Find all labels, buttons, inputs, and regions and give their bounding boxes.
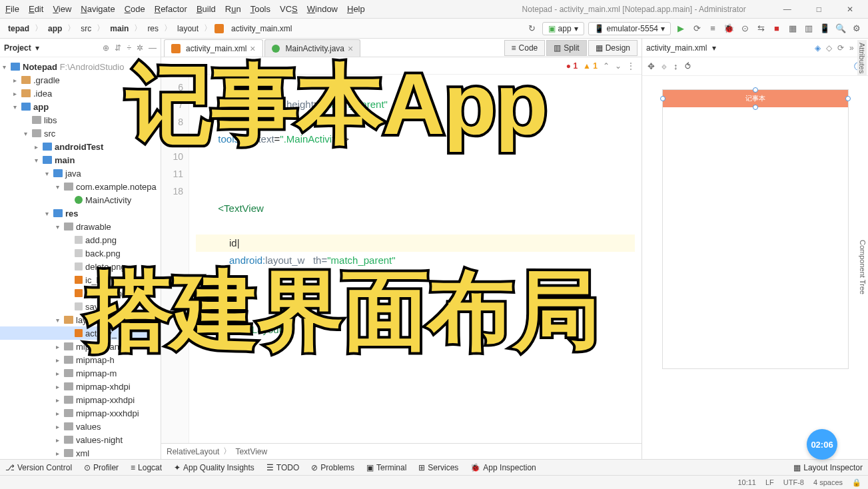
run-config-dropdown[interactable]: ▣app▾ — [542, 22, 584, 35]
terminal-tab[interactable]: ▣ Terminal — [366, 463, 406, 472]
avd-icon[interactable]: ▦ — [787, 23, 799, 35]
divide-icon[interactable]: ÷ — [127, 43, 131, 53]
warning-indicator[interactable]: ▲ 1 — [583, 61, 598, 71]
settings-icon[interactable]: ⚙ — [851, 23, 863, 35]
chevron-up-icon[interactable]: ⌃ — [603, 61, 610, 71]
navigation-toolbar: tepad〉 app〉 src〉 main〉 res〉 layout〉 acti… — [0, 19, 868, 39]
structure-breadcrumb: RelativeLayout 〉 TextView — [161, 443, 642, 459]
device-preview[interactable]: 记事本 — [662, 89, 849, 369]
tab-main-activity[interactable]: MainActivity.java × — [264, 39, 361, 57]
more-icon[interactable]: » — [849, 43, 854, 53]
project-panel: Project ▾ ⊕ ⇵ ÷ ✲ — ▾Notepad F:\AndroidS… — [0, 39, 161, 459]
logcat-tab[interactable]: ≡ Logcat — [131, 463, 162, 472]
attributes-tab[interactable]: Attributes — [857, 40, 867, 76]
crumb-relativelayout[interactable]: RelativeLayout — [167, 447, 219, 456]
bottom-toolbar: ⎇ Version Control ⊙ Profiler ≡ Logcat ✦ … — [0, 459, 868, 475]
dropdown-icon[interactable]: ▾ — [35, 43, 39, 53]
component-tree-tab[interactable]: Component Tree — [859, 240, 867, 294]
hide-icon[interactable]: — — [149, 43, 157, 53]
crumb-layout[interactable]: layout — [175, 23, 201, 35]
maximize-button[interactable]: □ — [817, 5, 821, 14]
project-tree[interactable]: ▾Notepad F:\AndroidStudio ▸.gradle ▸.ide… — [0, 57, 161, 459]
chevron-down-icon[interactable]: ⌄ — [615, 61, 622, 71]
palette-icon[interactable]: ◈ — [815, 43, 821, 53]
crumb-project[interactable]: tepad — [5, 23, 32, 35]
pan-icon[interactable]: ✥ — [648, 61, 655, 71]
code-editor[interactable]: android:layout_height="match_parent" too… — [189, 75, 642, 443]
attach-icon[interactable]: ⇆ — [755, 23, 767, 35]
crumb-app[interactable]: app — [45, 23, 65, 35]
more-icon[interactable]: ⋮ — [627, 61, 635, 71]
sync-icon[interactable]: ↻ — [526, 23, 538, 35]
tab-activity-main[interactable]: activity_main.xml × — [164, 39, 263, 57]
view-split-button[interactable]: ▥ Split — [546, 40, 586, 56]
close-button[interactable]: ✕ — [847, 5, 853, 14]
search-icon[interactable]: 🔍 — [835, 23, 847, 35]
project-view-label[interactable]: Project — [4, 43, 31, 53]
device-manager-icon[interactable]: 📱 — [819, 23, 831, 35]
expand-icon[interactable]: ↕ — [673, 61, 678, 71]
problems-tab[interactable]: ⊘ Problems — [311, 463, 354, 472]
preview-header[interactable]: 记事本 — [663, 90, 848, 107]
quality-tab[interactable]: ✦ App Quality Insights — [174, 463, 254, 472]
status-bar: 10:11 LF UTF-8 4 spaces 🔒 — [0, 475, 868, 489]
crumb-main[interactable]: main — [107, 23, 131, 35]
design-surface[interactable]: 记事本 — [642, 76, 868, 459]
crumb-textview[interactable]: TextView — [235, 447, 267, 456]
encoding[interactable]: UTF-8 — [783, 478, 804, 486]
menu-window[interactable]: Window — [307, 4, 338, 14]
menu-refactor[interactable]: Refactor — [155, 4, 187, 14]
crumb-src[interactable]: src — [78, 23, 94, 35]
coverage-icon[interactable]: ≡ — [707, 23, 719, 35]
menu-navigate[interactable]: Navigate — [81, 4, 115, 14]
crumb-res[interactable]: res — [145, 23, 161, 35]
crumb-file[interactable]: activity_main.xml — [228, 23, 294, 35]
design-file-tab[interactable]: activity_main.xml — [646, 43, 707, 53]
profiler-tab[interactable]: ⊙ Profiler — [84, 463, 119, 472]
menu-run[interactable]: Run — [225, 4, 241, 14]
gear-icon[interactable]: ✲ — [137, 43, 143, 53]
timer-badge: 02:06 — [807, 429, 837, 460]
line-gutter: 6 7 8 9 10 11 18 — [161, 75, 189, 443]
app-inspection-tab[interactable]: 🐞 App Inspection — [470, 463, 536, 472]
close-tab-icon[interactable]: × — [250, 43, 255, 54]
menu-build[interactable]: Build — [197, 4, 216, 14]
target-icon[interactable]: ⊕ — [103, 43, 109, 53]
menu-edit[interactable]: Edit — [29, 4, 43, 14]
run-button[interactable]: ▶ — [675, 23, 687, 35]
window-title: Notepad - activity_main.xml [Notepad.app… — [522, 5, 746, 14]
todo-tab[interactable]: ☰ TODO — [266, 463, 299, 472]
debug-icon[interactable]: ⟳ — [691, 23, 703, 35]
layout-inspector-tab[interactable]: ▦ Layout Inspector — [793, 463, 863, 472]
zoom-icon[interactable]: ⟐ — [661, 61, 667, 71]
collapse-icon[interactable]: ⇵ — [115, 43, 121, 53]
menu-file[interactable]: File — [5, 4, 19, 14]
blueprint-icon[interactable]: ◇ — [826, 43, 832, 53]
sdk-icon[interactable]: ▥ — [803, 23, 815, 35]
menu-code[interactable]: Code — [125, 4, 145, 14]
version-control-tab[interactable]: ⎇ Version Control — [5, 463, 72, 472]
services-tab[interactable]: ⊞ Services — [418, 463, 458, 472]
stop-button[interactable]: ■ — [771, 23, 783, 35]
line-ending[interactable]: LF — [765, 478, 774, 486]
breadcrumb: tepad〉 app〉 src〉 main〉 res〉 layout〉 acti… — [5, 23, 294, 35]
bug-icon[interactable]: 🐞 — [723, 23, 735, 35]
profile-icon[interactable]: ⊙ — [739, 23, 751, 35]
xml-file-icon — [215, 24, 224, 33]
readonly-icon[interactable]: 🔒 — [852, 478, 861, 487]
menu-help[interactable]: Help — [347, 4, 365, 14]
error-indicator[interactable]: ● 1 — [566, 61, 578, 71]
minimize-button[interactable]: — — [783, 5, 791, 14]
orientation-icon[interactable]: ⟳ — [837, 43, 844, 53]
menu-tools[interactable]: Tools — [250, 4, 270, 14]
device-dropdown[interactable]: 📱emulator-5554▾ — [588, 22, 671, 35]
magnet-icon[interactable]: ⥀ — [685, 61, 691, 71]
view-code-button[interactable]: ≡ Code — [504, 40, 546, 56]
close-tab-icon[interactable]: × — [348, 43, 353, 54]
menu-bar: File Edit View Navigate Code Refactor Bu… — [0, 0, 868, 19]
cursor-position[interactable]: 10:11 — [737, 478, 756, 486]
menu-vcs[interactable]: VCS — [280, 4, 298, 14]
indent[interactable]: 4 spaces — [813, 478, 843, 486]
menu-view[interactable]: View — [53, 4, 71, 14]
view-design-button[interactable]: ▦ Design — [588, 40, 638, 56]
